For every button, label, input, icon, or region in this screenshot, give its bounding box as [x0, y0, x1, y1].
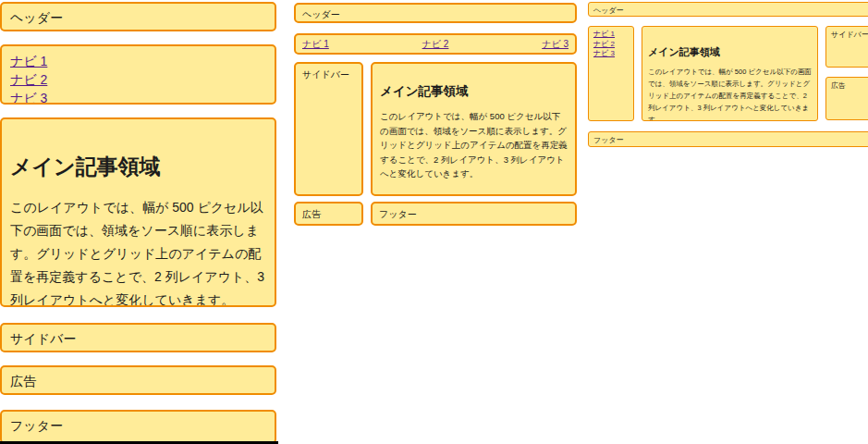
ad-box: 広告 — [825, 77, 868, 120]
nav-box: ナビ 1 ナビ 2 ナビ 3 — [0, 44, 276, 105]
footer-box: フッター — [588, 131, 868, 147]
sidebar-label: サイドバー — [10, 331, 76, 346]
article-body: このレイアウトでは、幅が 500 ピクセル以下の画面では、領域をソース順に表示し… — [10, 196, 266, 307]
pane-mobile-layout: ヘッダー ナビ 1 ナビ 2 ナビ 3 メイン記事領域 このレイアウトでは、幅が… — [0, 0, 279, 444]
nav-link-1[interactable]: ナビ 1 — [593, 30, 615, 40]
ad-label: 広告 — [10, 374, 36, 388]
sidebar-label: サイドバー — [831, 31, 868, 39]
nav-link-2[interactable]: ナビ 2 — [10, 70, 47, 89]
footer-label: フッター — [10, 418, 63, 433]
pane-two-column-layout: ヘッダー ナビ 1 ナビ 2 ナビ 3 サイドバー メイン記事領域 このレイアウ… — [294, 0, 577, 444]
header-label: ヘッダー — [10, 10, 63, 25]
sidebar-box: サイドバー — [825, 26, 868, 68]
nav-link-3[interactable]: ナビ 3 — [593, 49, 615, 59]
ad-box: 広告 — [0, 365, 276, 395]
nav-link-2[interactable]: ナビ 2 — [593, 40, 615, 50]
main-article-box: メイン記事領域 このレイアウトでは、幅が 500 ピクセル以下の画面では、領域を… — [0, 117, 276, 307]
nav-box: ナビ 1 ナビ 2 ナビ 3 — [294, 33, 577, 55]
footer-box: フッター — [371, 202, 577, 226]
article-title: メイン記事領域 — [380, 84, 568, 99]
footer-box: フッター — [0, 410, 276, 444]
header-box: ヘッダー — [0, 2, 276, 31]
article-body: このレイアウトでは、幅が 500 ピクセル以下の画面では、領域をソース順に表示し… — [648, 66, 812, 121]
sidebar-box: サイドバー — [294, 62, 363, 196]
article-title: メイン記事領域 — [10, 154, 266, 179]
main-article-box: メイン記事領域 このレイアウトでは、幅が 500 ピクセル以下の画面では、領域を… — [642, 26, 818, 121]
nav-link-3[interactable]: ナビ 3 — [10, 89, 47, 105]
footer-label: フッター — [379, 209, 417, 219]
header-label: ヘッダー — [593, 6, 624, 15]
footer-label: フッター — [593, 136, 624, 144]
header-box: ヘッダー — [294, 3, 577, 23]
nav-link-2[interactable]: ナビ 2 — [422, 38, 449, 51]
header-label: ヘッダー — [302, 9, 340, 19]
article-title: メイン記事領域 — [648, 46, 812, 58]
nav-link-3[interactable]: ナビ 3 — [542, 38, 568, 51]
header-box: ヘッダー — [588, 2, 868, 17]
main-article-box: メイン記事領域 このレイアウトでは、幅が 500 ピクセル以下の画面では、領域を… — [371, 62, 577, 196]
pane-three-column-layout: ヘッダー ナビ 1 ナビ 2 ナビ 3 メイン記事領域 このレイアウトでは、幅が… — [588, 0, 868, 444]
sidebar-label: サイドバー — [302, 69, 349, 80]
ad-box: 広告 — [294, 202, 363, 226]
ad-label: 広告 — [302, 209, 321, 219]
nav-box: ナビ 1 ナビ 2 ナビ 3 — [588, 26, 634, 121]
sidebar-box: サイドバー — [0, 323, 276, 352]
nav-link-1[interactable]: ナビ 1 — [302, 38, 329, 51]
ad-label: 広告 — [831, 81, 846, 90]
article-body: このレイアウトでは、幅が 500 ピクセル以下の画面では、領域をソース順に表示し… — [380, 109, 568, 181]
nav-link-1[interactable]: ナビ 1 — [10, 52, 47, 70]
